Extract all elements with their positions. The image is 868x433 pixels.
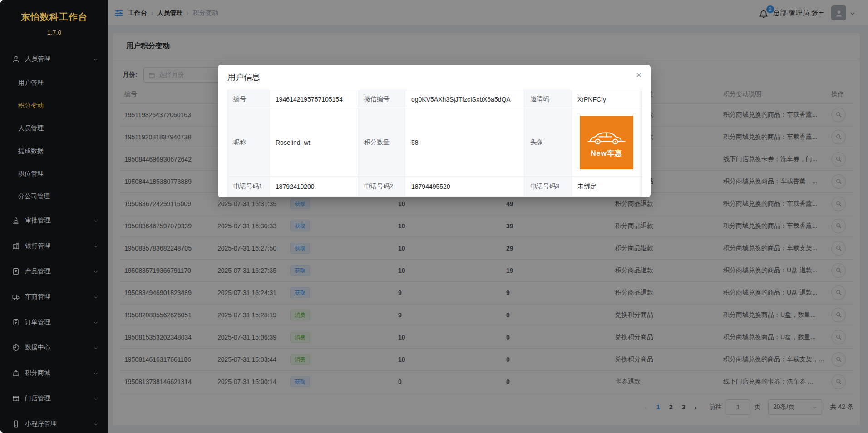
sidebar-item-label: 数据中心 xyxy=(25,344,93,352)
user-info-dialog: 用户信息 × 编号 1946142195757105154 微信编号 og0KV… xyxy=(218,65,651,197)
sidebar-item-8[interactable]: 门店管理 xyxy=(0,386,108,411)
phone2-value: 18794495520 xyxy=(405,177,524,197)
sidebar-item-0[interactable]: 人员管理 xyxy=(0,46,108,72)
sidebar-subitem-3[interactable]: 提成数据 xyxy=(0,140,108,162)
field-label: 电话号码3 xyxy=(524,177,572,197)
chevron-down-icon xyxy=(93,243,99,249)
sidebar: 东怡数科工作台 1.7.0 人员管理用户管理积分变动人员管理提成数据职位管理分公… xyxy=(0,0,108,433)
sidebar-item-label: 门店管理 xyxy=(25,394,93,403)
table-row: 编号 1946142195757105154 微信编号 og0KV5AXh3Sj… xyxy=(227,90,642,108)
user-icon xyxy=(12,55,20,63)
field-label: 积分数量 xyxy=(358,108,405,177)
chart-pie-icon xyxy=(12,344,20,352)
user-info-table: 编号 1946142195757105154 微信编号 og0KV5AXh3Sj… xyxy=(227,90,642,197)
close-icon[interactable]: × xyxy=(636,70,641,79)
chevron-down-icon xyxy=(93,421,99,427)
store-icon xyxy=(12,394,20,403)
user-id-value: 1946142195757105154 xyxy=(270,90,358,108)
chevron-up-icon xyxy=(93,56,99,62)
bank-icon xyxy=(12,242,20,250)
sidebar-item-1[interactable]: 审批管理 xyxy=(0,208,108,233)
sidebar-item-7[interactable]: 积分商城 xyxy=(0,360,108,386)
truck-icon xyxy=(12,293,20,301)
wechat-id-value: og0KV5AXh3SjJTfzcISxbX6a5dQA xyxy=(405,90,524,108)
sidebar-subitem-2[interactable]: 人员管理 xyxy=(0,117,108,140)
user-avatar-image: New车惠 xyxy=(580,116,633,169)
phone3-value: 未绑定 xyxy=(572,177,642,197)
sidebar-item-3[interactable]: 产品管理 xyxy=(0,259,108,284)
sidebar-item-2[interactable]: 银行管理 xyxy=(0,233,108,259)
field-label: 电话号码1 xyxy=(227,177,270,197)
stamp-icon xyxy=(12,216,20,225)
sidebar-item-9[interactable]: 小程序管理 xyxy=(0,411,108,433)
field-label: 昵称 xyxy=(227,108,270,177)
field-label: 头像 xyxy=(524,108,572,177)
bag-icon xyxy=(12,369,20,377)
field-label: 编号 xyxy=(227,90,270,108)
sidebar-item-label: 小程序管理 xyxy=(25,420,93,428)
invite-code-value: XrPNFCfy xyxy=(572,90,642,108)
chevron-down-icon xyxy=(93,320,99,325)
sidebar-item-label: 车商管理 xyxy=(25,293,93,301)
chevron-down-icon xyxy=(93,218,99,223)
chevron-down-icon xyxy=(93,269,99,274)
avatar-brand-text: New车惠 xyxy=(591,149,622,158)
sidebar-item-4[interactable]: 车商管理 xyxy=(0,284,108,310)
table-row: 昵称 Roselind_wt 积分数量 58 头像 xyxy=(227,108,642,177)
chevron-down-icon xyxy=(93,396,99,401)
product-icon xyxy=(12,267,20,276)
car-logo-icon xyxy=(586,126,627,148)
field-label: 电话号码2 xyxy=(358,177,405,197)
sidebar-item-5[interactable]: 订单管理 xyxy=(0,310,108,335)
avatar-cell: New车惠 xyxy=(572,108,642,177)
sidebar-item-label: 产品管理 xyxy=(25,267,93,276)
nickname-value: Roselind_wt xyxy=(270,108,358,177)
dialog-title: 用户信息 xyxy=(227,72,260,83)
phone1-value: 18792410200 xyxy=(270,177,358,197)
chevron-down-icon xyxy=(93,370,99,376)
sidebar-subitem-1[interactable]: 积分变动 xyxy=(0,94,108,117)
sidebar-item-label: 银行管理 xyxy=(25,242,93,250)
points-value: 58 xyxy=(405,108,524,177)
field-label: 微信编号 xyxy=(358,90,405,108)
app-window: { "sidebar": { "title": "东怡数科工作台", "vers… xyxy=(0,0,868,433)
sidebar-item-label: 积分商城 xyxy=(25,369,93,377)
app-title: 东怡数科工作台 xyxy=(0,11,108,23)
sidebar-subitem-4[interactable]: 职位管理 xyxy=(0,162,108,185)
order-icon xyxy=(12,318,20,326)
chevron-down-icon xyxy=(93,345,99,350)
sidebar-item-label: 人员管理 xyxy=(25,55,93,63)
table-row: 电话号码1 18792410200 电话号码2 18794495520 电话号码… xyxy=(227,177,642,197)
app-version: 1.7.0 xyxy=(0,29,108,36)
sidebar-item-label: 审批管理 xyxy=(25,216,93,225)
sidebar-subitem-0[interactable]: 用户管理 xyxy=(0,72,108,94)
sidebar-menu: 人员管理用户管理积分变动人员管理提成数据职位管理分公司管理审批管理银行管理产品管… xyxy=(0,46,108,433)
sidebar-item-label: 订单管理 xyxy=(25,318,93,326)
field-label: 邀请码 xyxy=(524,90,572,108)
phone-icon xyxy=(12,420,20,428)
sidebar-item-6[interactable]: 数据中心 xyxy=(0,335,108,360)
chevron-down-icon xyxy=(93,294,99,300)
sidebar-subitem-5[interactable]: 分公司管理 xyxy=(0,185,108,208)
